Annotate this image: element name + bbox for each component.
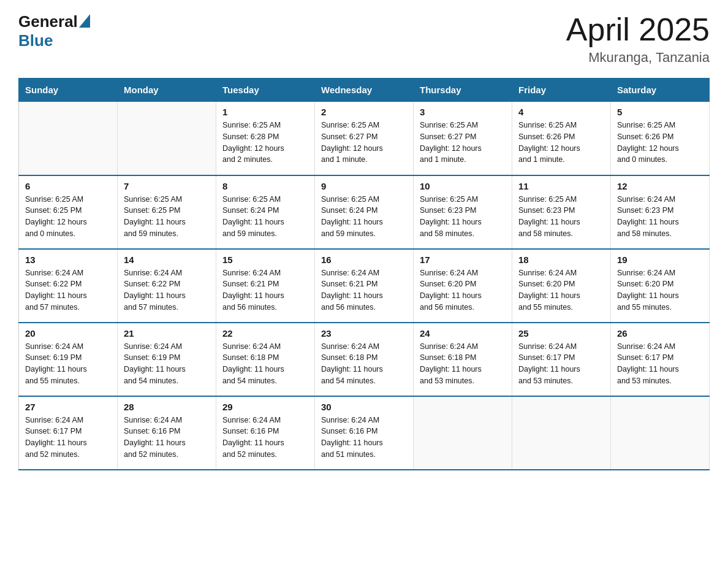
calendar-cell	[611, 396, 710, 470]
day-number: 28	[124, 402, 210, 412]
day-info: Sunrise: 6:25 AMSunset: 6:28 PMDaylight:…	[222, 120, 308, 166]
calendar-cell: 16Sunrise: 6:24 AMSunset: 6:21 PMDayligh…	[315, 249, 414, 323]
day-number: 24	[420, 328, 506, 339]
day-number: 30	[321, 402, 407, 412]
day-info: Sunrise: 6:24 AMSunset: 6:16 PMDaylight:…	[222, 415, 308, 461]
calendar-cell: 20Sunrise: 6:24 AMSunset: 6:19 PMDayligh…	[19, 323, 118, 396]
day-number: 29	[222, 402, 308, 412]
day-number: 12	[617, 181, 703, 191]
calendar-cell: 3Sunrise: 6:25 AMSunset: 6:27 PMDaylight…	[414, 102, 512, 175]
calendar-cell: 18Sunrise: 6:24 AMSunset: 6:20 PMDayligh…	[512, 249, 611, 323]
day-info: Sunrise: 6:24 AMSunset: 6:17 PMDaylight:…	[617, 341, 703, 387]
day-info: Sunrise: 6:25 AMSunset: 6:27 PMDaylight:…	[321, 120, 407, 166]
title-block: April 2025 Mkuranga, Tanzania	[566, 12, 710, 66]
day-number: 19	[617, 255, 703, 265]
header-day-tuesday: Tuesday	[216, 79, 315, 102]
day-info: Sunrise: 6:24 AMSunset: 6:17 PMDaylight:…	[25, 415, 111, 461]
day-info: Sunrise: 6:24 AMSunset: 6:18 PMDaylight:…	[420, 341, 506, 387]
header-day-monday: Monday	[118, 79, 216, 102]
calendar-cell: 19Sunrise: 6:24 AMSunset: 6:20 PMDayligh…	[611, 249, 710, 323]
day-info: Sunrise: 6:24 AMSunset: 6:21 PMDaylight:…	[222, 267, 308, 313]
day-info: Sunrise: 6:24 AMSunset: 6:20 PMDaylight:…	[420, 267, 506, 313]
day-number: 8	[222, 181, 308, 191]
calendar-cell: 13Sunrise: 6:24 AMSunset: 6:22 PMDayligh…	[19, 249, 118, 323]
header-day-sunday: Sunday	[19, 79, 118, 102]
day-number: 11	[518, 181, 604, 191]
calendar-cell	[512, 396, 611, 470]
day-info: Sunrise: 6:25 AMSunset: 6:23 PMDaylight:…	[420, 194, 506, 240]
day-info: Sunrise: 6:24 AMSunset: 6:21 PMDaylight:…	[321, 267, 407, 313]
day-number: 23	[321, 328, 407, 339]
day-number: 9	[321, 181, 407, 191]
calendar-cell	[118, 102, 216, 175]
calendar-cell: 9Sunrise: 6:25 AMSunset: 6:24 PMDaylight…	[315, 175, 414, 249]
calendar-cell: 8Sunrise: 6:25 AMSunset: 6:24 PMDaylight…	[216, 175, 315, 249]
day-number: 18	[518, 255, 604, 265]
calendar-cell: 21Sunrise: 6:24 AMSunset: 6:19 PMDayligh…	[118, 323, 216, 396]
day-info: Sunrise: 6:24 AMSunset: 6:16 PMDaylight:…	[124, 415, 210, 461]
calendar-cell: 14Sunrise: 6:24 AMSunset: 6:22 PMDayligh…	[118, 249, 216, 323]
calendar-cell: 11Sunrise: 6:25 AMSunset: 6:23 PMDayligh…	[512, 175, 611, 249]
day-info: Sunrise: 6:24 AMSunset: 6:18 PMDaylight:…	[321, 341, 407, 387]
day-info: Sunrise: 6:24 AMSunset: 6:16 PMDaylight:…	[321, 415, 407, 461]
calendar-cell: 10Sunrise: 6:25 AMSunset: 6:23 PMDayligh…	[414, 175, 512, 249]
page-header: General Blue April 2025 Mkuranga, Tanzan…	[18, 12, 710, 66]
calendar-cell: 22Sunrise: 6:24 AMSunset: 6:18 PMDayligh…	[216, 323, 315, 396]
day-number: 27	[25, 402, 111, 412]
day-info: Sunrise: 6:24 AMSunset: 6:19 PMDaylight:…	[124, 341, 210, 387]
day-info: Sunrise: 6:25 AMSunset: 6:27 PMDaylight:…	[420, 120, 506, 166]
day-number: 17	[420, 255, 506, 265]
logo-triangle-icon	[79, 14, 90, 28]
header-day-thursday: Thursday	[414, 79, 512, 102]
day-number: 25	[518, 328, 604, 339]
day-info: Sunrise: 6:25 AMSunset: 6:26 PMDaylight:…	[518, 120, 604, 166]
day-number: 2	[321, 107, 407, 117]
day-number: 7	[124, 181, 210, 191]
calendar-cell: 12Sunrise: 6:24 AMSunset: 6:23 PMDayligh…	[611, 175, 710, 249]
calendar-cell: 27Sunrise: 6:24 AMSunset: 6:17 PMDayligh…	[19, 396, 118, 470]
calendar-cell: 1Sunrise: 6:25 AMSunset: 6:28 PMDaylight…	[216, 102, 315, 175]
header-day-wednesday: Wednesday	[315, 79, 414, 102]
day-info: Sunrise: 6:24 AMSunset: 6:18 PMDaylight:…	[222, 341, 308, 387]
calendar-cell: 17Sunrise: 6:24 AMSunset: 6:20 PMDayligh…	[414, 249, 512, 323]
calendar-cell: 23Sunrise: 6:24 AMSunset: 6:18 PMDayligh…	[315, 323, 414, 396]
logo-blue-text: Blue	[18, 31, 53, 50]
calendar-cell: 4Sunrise: 6:25 AMSunset: 6:26 PMDaylight…	[512, 102, 611, 175]
day-number: 26	[617, 328, 703, 339]
day-info: Sunrise: 6:24 AMSunset: 6:20 PMDaylight:…	[518, 267, 604, 313]
calendar-header-row: SundayMondayTuesdayWednesdayThursdayFrid…	[19, 79, 710, 102]
calendar-week-3: 13Sunrise: 6:24 AMSunset: 6:22 PMDayligh…	[19, 249, 710, 323]
day-info: Sunrise: 6:24 AMSunset: 6:19 PMDaylight:…	[25, 341, 111, 387]
calendar-week-4: 20Sunrise: 6:24 AMSunset: 6:19 PMDayligh…	[19, 323, 710, 396]
calendar-cell: 25Sunrise: 6:24 AMSunset: 6:17 PMDayligh…	[512, 323, 611, 396]
day-info: Sunrise: 6:24 AMSunset: 6:20 PMDaylight:…	[617, 267, 703, 313]
calendar-week-1: 1Sunrise: 6:25 AMSunset: 6:28 PMDaylight…	[19, 102, 710, 175]
day-number: 22	[222, 328, 308, 339]
calendar-cell: 2Sunrise: 6:25 AMSunset: 6:27 PMDaylight…	[315, 102, 414, 175]
calendar-cell	[19, 102, 118, 175]
calendar-cell	[414, 396, 512, 470]
day-info: Sunrise: 6:25 AMSunset: 6:25 PMDaylight:…	[124, 194, 210, 240]
day-number: 1	[222, 107, 308, 117]
day-info: Sunrise: 6:25 AMSunset: 6:24 PMDaylight:…	[321, 194, 407, 240]
day-number: 14	[124, 255, 210, 265]
day-info: Sunrise: 6:24 AMSunset: 6:17 PMDaylight:…	[518, 341, 604, 387]
calendar-week-2: 6Sunrise: 6:25 AMSunset: 6:25 PMDaylight…	[19, 175, 710, 249]
day-number: 16	[321, 255, 407, 265]
calendar-cell: 24Sunrise: 6:24 AMSunset: 6:18 PMDayligh…	[414, 323, 512, 396]
calendar-cell: 6Sunrise: 6:25 AMSunset: 6:25 PMDaylight…	[19, 175, 118, 249]
day-info: Sunrise: 6:24 AMSunset: 6:23 PMDaylight:…	[617, 194, 703, 240]
location-title: Mkuranga, Tanzania	[566, 50, 710, 66]
day-number: 3	[420, 107, 506, 117]
calendar-week-5: 27Sunrise: 6:24 AMSunset: 6:17 PMDayligh…	[19, 396, 710, 470]
day-info: Sunrise: 6:25 AMSunset: 6:24 PMDaylight:…	[222, 194, 308, 240]
day-number: 20	[25, 328, 111, 339]
calendar-cell: 30Sunrise: 6:24 AMSunset: 6:16 PMDayligh…	[315, 396, 414, 470]
day-number: 21	[124, 328, 210, 339]
calendar-cell: 5Sunrise: 6:25 AMSunset: 6:26 PMDaylight…	[611, 102, 710, 175]
calendar-cell: 26Sunrise: 6:24 AMSunset: 6:17 PMDayligh…	[611, 323, 710, 396]
logo-general-text: General	[18, 12, 78, 31]
calendar-cell: 7Sunrise: 6:25 AMSunset: 6:25 PMDaylight…	[118, 175, 216, 249]
calendar-cell: 28Sunrise: 6:24 AMSunset: 6:16 PMDayligh…	[118, 396, 216, 470]
header-day-saturday: Saturday	[611, 79, 710, 102]
